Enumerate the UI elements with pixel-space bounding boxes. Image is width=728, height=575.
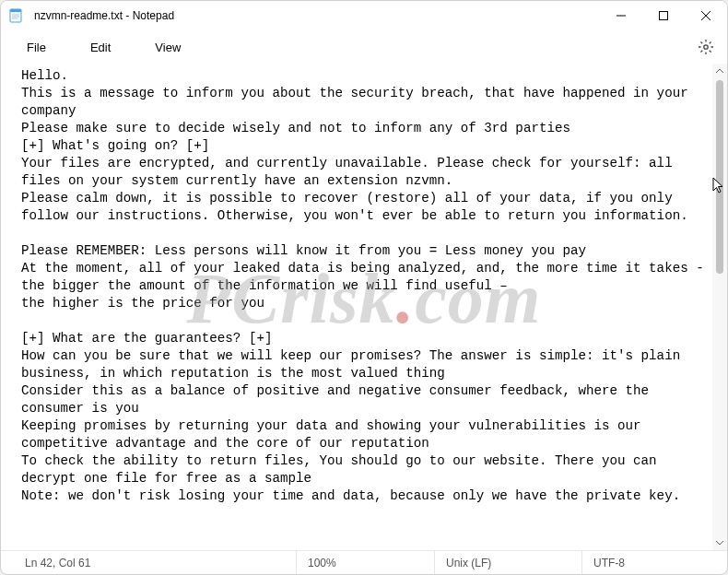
vertical-scrollbar[interactable] — [712, 64, 727, 550]
status-encoding: UTF-8 — [581, 551, 720, 574]
minimize-button[interactable] — [600, 1, 642, 29]
notepad-window: nzvmn-readme.txt - Notepad File Edit Vie… — [0, 0, 728, 575]
svg-rect-1 — [10, 9, 21, 12]
svg-rect-6 — [660, 11, 668, 19]
statusbar: Ln 42, Col 61 100% Unix (LF) UTF-8 — [1, 550, 727, 574]
scroll-up-button[interactable] — [712, 64, 727, 78]
scroll-thumb[interactable] — [716, 80, 723, 274]
maximize-button[interactable] — [642, 1, 685, 29]
menubar: File Edit View — [1, 30, 727, 64]
window-title: nzvmn-readme.txt - Notepad — [34, 9, 600, 22]
menu-file[interactable]: File — [18, 35, 55, 60]
notepad-icon — [8, 8, 23, 23]
svg-line-14 — [700, 41, 702, 43]
settings-button[interactable] — [694, 35, 718, 59]
content-area: Hello. This is a message to inform you a… — [1, 64, 727, 550]
window-controls — [600, 1, 727, 29]
menu-edit[interactable]: Edit — [81, 35, 120, 60]
menu-view[interactable]: View — [146, 35, 190, 60]
text-editor[interactable]: Hello. This is a message to inform you a… — [1, 64, 712, 550]
svg-line-17 — [710, 41, 711, 43]
svg-line-15 — [710, 51, 711, 53]
scroll-down-button[interactable] — [712, 535, 727, 550]
status-zoom[interactable]: 100% — [296, 551, 434, 574]
titlebar[interactable]: nzvmn-readme.txt - Notepad — [1, 1, 727, 30]
svg-line-16 — [700, 51, 702, 53]
svg-point-9 — [704, 45, 708, 49]
status-cursor-position: Ln 42, Col 61 — [8, 551, 296, 574]
close-button[interactable] — [685, 1, 727, 29]
status-line-ending: Unix (LF) — [434, 551, 581, 574]
